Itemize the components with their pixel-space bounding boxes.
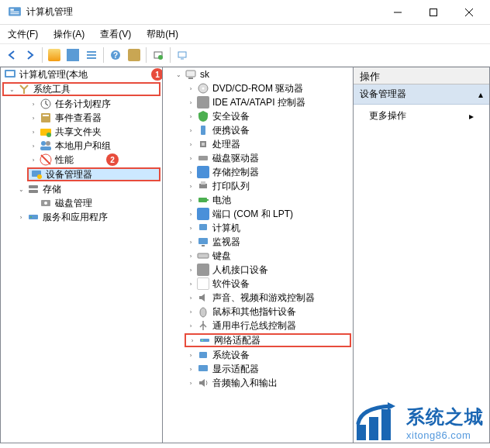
expand-icon[interactable]: ⌄ [16, 184, 26, 194]
collapse-icon[interactable]: ▴ [478, 89, 483, 100]
action-pane: 操作 设备管理器 ▴ 更多操作 ▸ [353, 67, 490, 443]
computer-mgmt-icon [4, 68, 16, 81]
tree-device-manager[interactable]: 设备管理器 [27, 167, 160, 181]
close-button[interactable] [451, 0, 487, 25]
menu-action[interactable]: 操作(A) [49, 26, 89, 43]
back-button[interactable] [3, 47, 20, 64]
expand-icon[interactable]: › [29, 141, 38, 150]
action-group[interactable]: 设备管理器 ▴ [354, 84, 489, 105]
maximize-button[interactable] [416, 0, 451, 25]
left-tree-pane[interactable]: 计算机管理(本地 1 ⌄ 系统工具 › 任务计划程序 › 事件查看器 › 共享文… [0, 67, 163, 443]
battery-icon [197, 194, 209, 206]
tree-services[interactable]: › 服务和应用程序 [1, 210, 162, 224]
clock-icon [40, 98, 52, 110]
action-more[interactable]: 更多操作 ▸ [354, 105, 489, 127]
list-button[interactable] [83, 47, 100, 64]
tree-event-viewer[interactable]: › 事件查看器 [1, 111, 162, 125]
expand-icon[interactable]: › [29, 99, 38, 109]
svg-point-40 [202, 88, 205, 90]
svg-rect-10 [87, 57, 96, 59]
svg-point-53 [200, 308, 206, 317]
dev-ide[interactable]: ›IDE ATA/ATAPI 控制器 [163, 95, 353, 109]
dev-mouse[interactable]: ›鼠标和其他指针设备 [163, 305, 353, 319]
svg-rect-58 [357, 425, 366, 440]
folder-share-icon [40, 126, 52, 138]
badge-1: 1 [151, 68, 163, 81]
svg-rect-48 [207, 199, 209, 201]
forward-button[interactable] [22, 47, 39, 64]
dev-storage-ctrl[interactable]: ›存储控制器 [163, 165, 353, 179]
dev-keyboard[interactable]: ›键盘 [163, 249, 353, 263]
menu-file[interactable]: 文件(F) [3, 26, 43, 43]
dev-print[interactable]: ›打印队列 [163, 179, 353, 193]
dev-portable[interactable]: ›便携设备 [163, 123, 353, 137]
dev-processor[interactable]: ›处理器 [163, 137, 353, 151]
dev-software[interactable]: ›软件设备 [163, 277, 353, 291]
printer-icon [197, 180, 209, 192]
portable-icon [197, 124, 209, 136]
tree-performance[interactable]: › 性能 2 [1, 153, 162, 167]
svg-rect-31 [29, 185, 38, 188]
svg-rect-38 [188, 78, 193, 79]
device-tree-pane[interactable]: ⌄ sk ›DVD/CD-ROM 驱动器 ›IDE ATA/ATAPI 控制器 … [163, 67, 353, 443]
mouse-icon [197, 305, 209, 318]
hid-icon [197, 264, 209, 276]
expand-icon[interactable]: › [29, 155, 38, 164]
tree-task-scheduler[interactable]: › 任务计划程序 [1, 97, 162, 111]
dev-ports[interactable]: ›端口 (COM 和 LPT) [163, 207, 353, 221]
shield-icon [197, 110, 209, 122]
dev-display[interactable]: ›显示适配器 [163, 362, 353, 376]
monitor-icon [197, 236, 209, 248]
properties-button[interactable] [126, 47, 143, 64]
svg-point-30 [37, 174, 42, 179]
expand-icon[interactable]: › [29, 127, 38, 136]
expand-icon[interactable]: › [29, 113, 38, 122]
dev-usb[interactable]: 3 ›通用串行总线控制器 [163, 319, 353, 333]
tree-storage[interactable]: ⌄ 存储 [1, 182, 162, 196]
expand-icon[interactable]: ⌄ [174, 70, 183, 79]
expand-icon[interactable]: › [16, 212, 26, 222]
storage-ctrl-icon [197, 166, 209, 178]
help-button[interactable]: ? [107, 47, 124, 64]
dev-sound[interactable]: ›声音、视频和游戏控制器 [163, 291, 353, 305]
dev-security[interactable]: ›安全设备 [163, 109, 353, 123]
tree-system-tools[interactable]: ⌄ 系统工具 [2, 82, 160, 96]
users-icon [40, 140, 52, 152]
svg-rect-21 [43, 115, 49, 116]
tree-disk-mgmt[interactable]: 磁盘管理 [1, 196, 162, 210]
hdd-icon [197, 152, 209, 164]
tree-shared-folders[interactable]: › 共享文件夹 [1, 125, 162, 139]
computer-icon [185, 68, 197, 81]
dev-root[interactable]: ⌄ sk [163, 67, 353, 81]
show-hide-button[interactable] [46, 47, 63, 64]
performance-icon [40, 153, 52, 166]
dev-network[interactable]: ›网络适配器 [185, 333, 351, 347]
dev-system[interactable]: ›系统设备 [163, 348, 353, 362]
dev-computer[interactable]: ›计算机 [163, 221, 353, 235]
scan-button[interactable] [150, 47, 167, 64]
pane-button[interactable] [64, 47, 81, 64]
expand-icon[interactable]: ⌄ [7, 84, 16, 94]
dev-battery[interactable]: ›电池 [163, 193, 353, 207]
dev-monitor[interactable]: ›监视器 [163, 235, 353, 249]
tree-local-users[interactable]: › 本地用户和组 [1, 139, 162, 153]
dev-audio[interactable]: ›音频输入和输出 [163, 376, 353, 390]
svg-point-14 [158, 55, 163, 60]
svg-rect-8 [87, 51, 96, 53]
dev-disk[interactable]: ›磁盘驱动器 [163, 151, 353, 165]
speaker-icon [197, 291, 209, 304]
svg-rect-43 [202, 143, 205, 146]
audio-icon [197, 377, 209, 389]
svg-rect-15 [178, 52, 186, 57]
keyboard-icon [197, 250, 209, 262]
menu-view[interactable]: 查看(V) [95, 26, 136, 43]
tree-root[interactable]: 计算机管理(本地 1 [1, 67, 162, 81]
minimize-button[interactable] [380, 0, 416, 25]
dev-dvd[interactable]: ›DVD/CD-ROM 驱动器 [163, 81, 353, 95]
svg-rect-5 [430, 9, 437, 16]
monitor-button[interactable] [174, 47, 191, 64]
dev-hid[interactable]: ›人机接口设备 [163, 263, 353, 277]
menu-help[interactable]: 帮助(H) [142, 26, 183, 43]
svg-rect-57 [198, 365, 208, 371]
storage-icon [27, 183, 40, 195]
